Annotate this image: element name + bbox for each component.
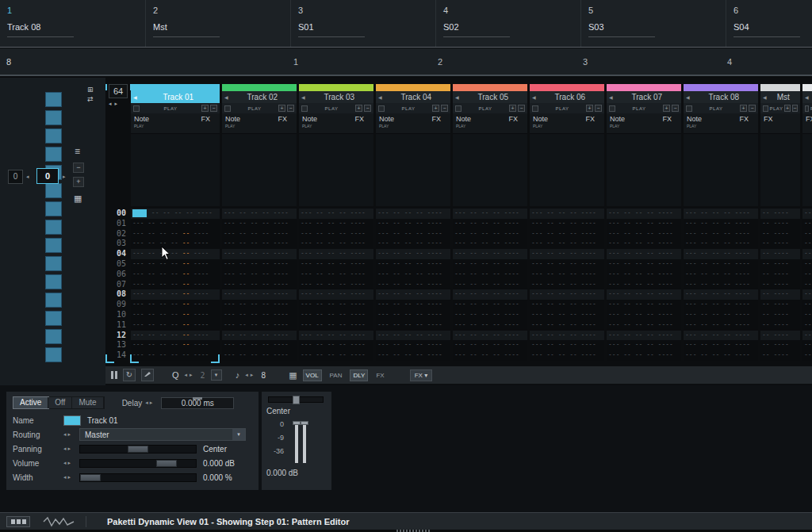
- pattern-cell[interactable]: --- -- -- -- ----: [376, 320, 450, 331]
- pattern-cell[interactable]: --- -- -- -- ----: [376, 219, 450, 229]
- sequence-number[interactable]: 3: [583, 57, 588, 67]
- add-column-button[interactable]: +: [784, 105, 790, 112]
- collapse-track-icon[interactable]: ◀: [378, 94, 382, 100]
- track-name[interactable]: ◀Track 01: [131, 91, 220, 103]
- pattern-cell[interactable]: --- -- -- -- ----: [453, 219, 527, 229]
- collapse-track-icon[interactable]: ◀: [133, 94, 137, 100]
- pattern-cell[interactable]: --- -- -- -- -- ----: [131, 300, 220, 310]
- pattern-cell[interactable]: --- -- -- -- ----: [299, 219, 373, 229]
- pattern-cell[interactable]: --- -- -- -- -- ----: [131, 320, 220, 331]
- pattern-cell[interactable]: --- -- -- -- ----: [453, 259, 527, 270]
- pattern-cell[interactable]: --- -- -- -- ----: [530, 289, 604, 300]
- volume-stepper-icons[interactable]: ◂▸: [63, 460, 79, 466]
- groove-icon[interactable]: ♪: [236, 370, 240, 380]
- track-name[interactable]: ◀Track 06: [530, 91, 604, 103]
- pattern-cell[interactable]: --- -- -- -- ----: [530, 331, 604, 341]
- pattern-cell[interactable]: --- -- -- -- ----: [453, 289, 527, 300]
- pattern-cell[interactable]: -- -- -- -- ----: [131, 209, 220, 219]
- pattern-cell[interactable]: --- -- -- -- -- ----: [131, 249, 220, 259]
- track-header[interactable]: ◀Track 07PLAY+−NotePLAYFX: [607, 84, 681, 206]
- pattern-cell[interactable]: -- ----: [802, 340, 812, 350]
- meter-pan-slider[interactable]: [268, 396, 324, 403]
- matrix-cell[interactable]: [45, 110, 62, 125]
- dly-column-toggle[interactable]: DLY: [350, 369, 368, 381]
- remove-column-button[interactable]: −: [287, 105, 294, 112]
- pattern-cell[interactable]: --- -- -- -- ----: [376, 340, 450, 350]
- track-state-box[interactable]: [805, 105, 809, 112]
- pattern-cell[interactable]: -- ----: [760, 289, 800, 300]
- delay-stepper-icons[interactable]: ◂▸: [145, 400, 161, 406]
- pattern-cell[interactable]: --- -- -- -- ----: [684, 350, 758, 361]
- add-column-button[interactable]: +: [278, 105, 285, 112]
- matrix-grid-icon[interactable]: ⊞: [87, 86, 94, 94]
- pattern-cell[interactable]: --- -- -- -- -- ----: [131, 239, 220, 249]
- collapse-track-icon[interactable]: ◀: [455, 94, 459, 100]
- pattern-cell[interactable]: --- -- -- -- ----: [684, 249, 758, 259]
- track-header[interactable]: ◀Track 08PLAY+−NotePLAYFX: [684, 84, 758, 206]
- panning-stepper-icons[interactable]: ◂▸: [63, 446, 79, 452]
- remove-column-button[interactable]: −: [595, 105, 602, 112]
- pattern-cell[interactable]: --- -- -- -- ----: [453, 331, 527, 341]
- remove-column-button[interactable]: −: [441, 105, 448, 112]
- matrix-rows-icon[interactable]: ≡: [75, 146, 80, 157]
- track-name-value[interactable]: Track 01: [87, 416, 118, 425]
- pattern-cell[interactable]: --- -- -- -- ----: [376, 310, 450, 320]
- volume-fader-track[interactable]: [295, 422, 298, 463]
- sequencer-track-slot[interactable]: 5S03: [580, 0, 726, 47]
- quantize-dropdown-icon[interactable]: ▾: [211, 369, 222, 381]
- pattern-cell[interactable]: --- -- -- -- ----: [299, 289, 373, 300]
- track-header[interactable]: ◀S0PLAY+−FX: [802, 84, 812, 206]
- pattern-cell[interactable]: --- -- -- -- ----: [376, 249, 450, 259]
- sequence-number[interactable]: 1: [293, 57, 298, 67]
- pattern-cell[interactable]: -- ----: [760, 229, 800, 239]
- volume-fader-handle[interactable]: [301, 421, 308, 425]
- pattern-cell[interactable]: --- -- -- -- ----: [530, 280, 604, 290]
- fx-menu-button[interactable]: FX ▾: [410, 369, 432, 381]
- track-state-box[interactable]: [686, 105, 692, 112]
- volume-slider[interactable]: [79, 459, 197, 468]
- track-pattern-column[interactable]: --- -- -- -- ------- -- -- -- ------- --…: [299, 209, 373, 361]
- pattern-cell[interactable]: -- ----: [802, 280, 812, 290]
- pause-icon[interactable]: [111, 371, 117, 379]
- track-header[interactable]: ◀Track 05PLAY+−NotePLAYFX: [453, 84, 527, 206]
- track-state-off-button[interactable]: Off: [48, 397, 72, 408]
- pattern-cell[interactable]: --- -- -- -- ----: [530, 259, 604, 270]
- track-name[interactable]: ◀Track 05: [453, 91, 527, 103]
- track-state-box[interactable]: [378, 105, 385, 112]
- pattern-cell[interactable]: --- -- -- -- -- ----: [131, 331, 220, 341]
- pattern-cell[interactable]: --- -- -- -- ----: [453, 340, 527, 350]
- pattern-cell[interactable]: --- -- -- -- ----: [299, 249, 373, 259]
- pattern-cell[interactable]: --- -- -- -- ----: [453, 270, 527, 280]
- pattern-cell[interactable]: -- ----: [760, 209, 800, 219]
- matrix-plus-button[interactable]: +: [73, 177, 84, 187]
- remove-column-button[interactable]: −: [792, 105, 798, 112]
- volume-slider-handle[interactable]: [156, 460, 177, 467]
- track-name[interactable]: ◀Track 02: [222, 91, 297, 103]
- matrix-cell[interactable]: [45, 329, 62, 344]
- pattern-cell[interactable]: --- -- -- -- ----: [684, 270, 758, 280]
- matrix-cell[interactable]: [45, 274, 62, 289]
- pattern-cell[interactable]: -- ----: [802, 229, 812, 239]
- pattern-cell[interactable]: --- -- -- -- ----: [607, 340, 681, 350]
- remove-column-button[interactable]: −: [518, 105, 525, 112]
- track-header[interactable]: ◀Track 01PLAY+−NotePLAYFX: [131, 84, 220, 206]
- remove-column-button[interactable]: −: [672, 105, 679, 112]
- matrix-position-box[interactable]: 0: [8, 170, 23, 184]
- pattern-cell[interactable]: --- -- -- -- ----: [222, 249, 297, 259]
- track-state-active-button[interactable]: Active: [13, 397, 48, 408]
- add-column-button[interactable]: +: [432, 105, 439, 112]
- pattern-cell[interactable]: --- -- -- -- ----: [684, 229, 758, 239]
- pattern-cell[interactable]: -- ----: [802, 239, 812, 249]
- dropdown-arrow-icon[interactable]: ▾: [232, 429, 245, 440]
- pattern-cell[interactable]: --- -- -- -- ----: [684, 239, 758, 249]
- pattern-cell[interactable]: --- -- -- -- ----: [607, 310, 681, 320]
- track-color-swatch[interactable]: [63, 415, 81, 426]
- matrix-prev-icon[interactable]: ◂: [26, 174, 29, 180]
- pattern-cell[interactable]: --- -- -- -- ----: [453, 310, 527, 320]
- pattern-cell[interactable]: --- -- -- -- ----: [222, 300, 297, 310]
- panning-slider-handle[interactable]: [128, 446, 148, 453]
- pattern-cell[interactable]: -- ----: [802, 310, 812, 320]
- pattern-cell[interactable]: --- -- -- -- ----: [453, 249, 527, 259]
- matrix-grid2-icon[interactable]: ▦: [74, 193, 82, 204]
- step-stepper-icons[interactable]: ◂▸: [245, 372, 255, 378]
